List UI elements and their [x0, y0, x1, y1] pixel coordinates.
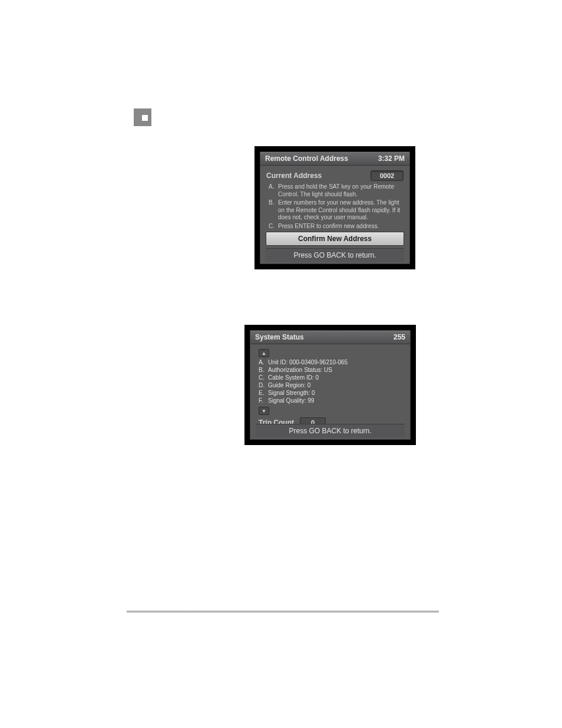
remote-step: C.Press ENTER to confirm new address. [269, 223, 404, 230]
remote-footer: Press GO BACK to return. [266, 248, 404, 262]
status-title: System Status [255, 333, 304, 341]
status-list: A.Unit ID: 000-03409-96210-065 B.Authori… [259, 358, 404, 404]
bullet-icon [134, 108, 151, 126]
remote-title: Remote Control Address [265, 154, 348, 163]
status-code: 255 [394, 333, 405, 341]
current-address-row: Current Address 0002 [266, 170, 404, 181]
current-address-value[interactable]: 0002 [371, 170, 404, 181]
remote-address-screen: Remote Control Address 3:32 PM Current A… [254, 146, 415, 269]
system-status-screen: System Status 255 ▲ A.Unit ID: 000-03409… [244, 325, 416, 445]
status-row: B.Authorization Status: US [259, 366, 404, 374]
status-footer: Press GO BACK to return. [256, 424, 405, 437]
remote-step: B.Enter numbers for your new address. Th… [269, 199, 404, 222]
remote-time: 3:32 PM [378, 154, 405, 163]
remote-instructions: A.Press and hold the SAT key on your Rem… [269, 183, 404, 230]
remote-step: A.Press and hold the SAT key on your Rem… [269, 183, 404, 198]
scroll-down-icon[interactable]: ▼ [259, 407, 269, 415]
scroll-up-icon[interactable]: ▲ [259, 349, 269, 357]
status-titlebar: System Status 255 [250, 331, 410, 344]
current-address-label: Current Address [266, 172, 322, 180]
page-divider [127, 611, 439, 612]
remote-titlebar: Remote Control Address 3:32 PM [260, 152, 409, 166]
status-row: E.Signal Strength: 0 [259, 389, 404, 397]
status-row: C.Cable System ID: 0 [259, 374, 404, 381]
status-row: F.Signal Quality: 99 [259, 397, 404, 404]
status-row: D.Guide Region: 0 [259, 381, 404, 389]
status-row: A.Unit ID: 000-03409-96210-065 [259, 358, 404, 366]
confirm-new-address-button[interactable]: Confirm New Address [266, 232, 404, 246]
